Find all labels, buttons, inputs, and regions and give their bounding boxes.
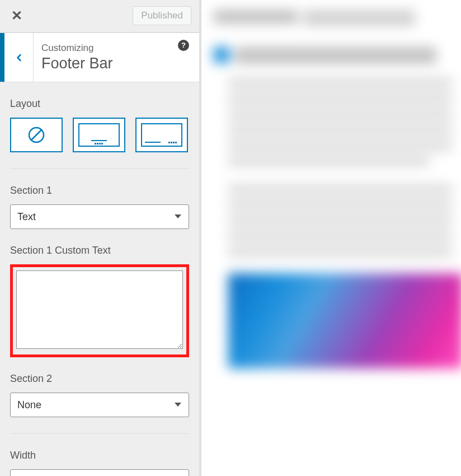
panel-header: Customizing Footer Bar ? — [0, 32, 199, 83]
layout-center-icon — [76, 120, 123, 150]
publish-status-button[interactable]: Published — [133, 6, 191, 25]
svg-rect-5 — [97, 143, 98, 144]
svg-rect-12 — [173, 142, 175, 143]
section1-custom-text-highlight — [10, 264, 189, 357]
svg-line-1 — [31, 130, 41, 140]
layout-label: Layout — [10, 98, 189, 110]
back-button[interactable] — [4, 33, 34, 82]
layout-option-center[interactable] — [73, 118, 125, 152]
customizer-sidebar: ✕ Published Customizing Footer Bar ? Lay… — [0, 0, 201, 476]
section-divider — [10, 168, 189, 169]
svg-rect-10 — [168, 142, 170, 143]
width-select-wrap: Content Width — [10, 469, 189, 476]
section1-label: Section 1 — [10, 185, 189, 197]
section1-custom-text-input[interactable] — [16, 270, 183, 349]
top-bar: ✕ Published — [0, 0, 199, 32]
active-panel-indicator — [0, 33, 4, 82]
svg-rect-13 — [175, 142, 177, 143]
section-divider — [10, 433, 189, 434]
section2-select-wrap: None — [10, 393, 189, 417]
panel-titles: Customizing Footer Bar — [34, 33, 199, 82]
disabled-icon — [26, 125, 46, 145]
section1-select-wrap: Text — [10, 204, 189, 229]
svg-rect-11 — [171, 142, 172, 143]
layout-option-split[interactable] — [135, 118, 188, 152]
layout-split-icon — [138, 120, 185, 150]
site-preview — [201, 0, 461, 476]
panel-title: Footer Bar — [41, 55, 199, 72]
panel-eyebrow: Customizing — [41, 43, 199, 54]
close-icon[interactable]: ✕ — [8, 6, 26, 26]
svg-rect-4 — [95, 143, 96, 144]
layout-options — [10, 118, 189, 152]
chevron-left-icon — [13, 52, 25, 63]
help-icon[interactable]: ? — [178, 40, 189, 51]
layout-option-none[interactable] — [10, 118, 63, 152]
width-select[interactable]: Content Width — [10, 469, 189, 476]
controls-area: Layout — [0, 82, 199, 476]
section1-select[interactable]: Text — [10, 204, 189, 229]
preview-blurred-content — [201, 0, 461, 476]
width-label: Width — [10, 450, 189, 461]
section1-custom-text-label: Section 1 Custom Text — [10, 245, 189, 256]
section2-select[interactable]: None — [10, 393, 189, 417]
svg-rect-7 — [101, 143, 103, 144]
svg-rect-6 — [99, 143, 101, 144]
section2-label: Section 2 — [10, 373, 189, 385]
